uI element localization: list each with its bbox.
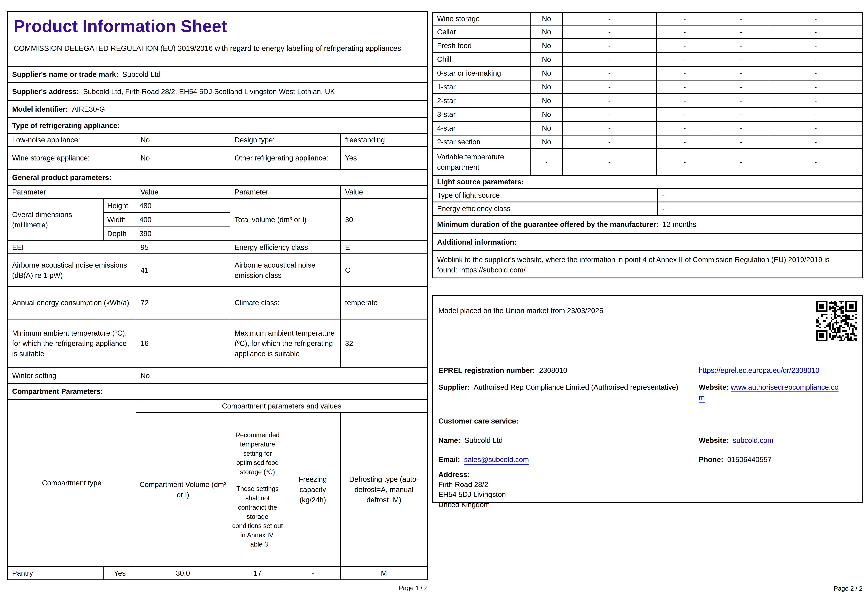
weblink-url[interactable]: https://subcold.com/	[461, 266, 526, 274]
compartment-volume: 30,0	[136, 567, 230, 579]
compartment-present: No	[530, 108, 563, 121]
compartment-defrost: M	[341, 567, 427, 579]
compartment-defrost: -	[769, 13, 862, 25]
param-value: 30	[341, 199, 427, 241]
eprel-registration: EPREL registration number: 2308010	[438, 365, 567, 376]
compartment-present: -	[530, 149, 563, 175]
guarantee-label: Minimum duration of the guarantee offere…	[437, 219, 659, 230]
compartment-section-row: Compartment Parameters:	[7, 384, 428, 400]
name-value: Subcold Ltd	[465, 437, 503, 444]
market-info-box: Model placed on the Union market from 23…	[432, 295, 862, 503]
care-address: Address: Firth Road 28/2 EH54 5DJ Living…	[438, 470, 506, 509]
column-header-defrost: Defrosting type (auto-defrost=A, manual …	[341, 413, 427, 566]
compartment-volume: -	[563, 67, 656, 80]
compartment-row: 3-star No - - - -	[432, 108, 862, 122]
param-value: freestanding	[341, 134, 427, 146]
compartment-defrost: -	[769, 80, 862, 94]
param-label: Design type:	[230, 134, 341, 146]
param-label: Energy efficiency class	[230, 241, 341, 254]
compartment-row: Cellar No - - - -	[432, 25, 862, 39]
compartment-type-header: Compartment type	[8, 400, 136, 566]
param-label: Airborne acoustical noise emissions (dB(…	[8, 254, 136, 286]
compartment-volume: -	[563, 122, 656, 135]
general-row-ambient: Minimum ambient temperature (ºC), for wh…	[7, 319, 428, 368]
general-row-noise: Airborne acoustical noise emissions (dB(…	[7, 254, 428, 287]
compartment-freezing: -	[713, 149, 769, 175]
compartment-temperature: 17	[230, 567, 285, 579]
param-label: Maximum ambient temperature (ºC), for wh…	[230, 319, 341, 367]
param-label: Energy efficiency class	[433, 202, 658, 215]
regulation-subtitle: COMMISSION DELEGATED REGULATION (EU) 201…	[13, 43, 421, 53]
light-source-type-row: Type of light source -	[432, 189, 862, 202]
dimension-values: 480 400 390	[136, 199, 230, 241]
eprel-value: 2308010	[539, 366, 567, 374]
dimension-key: Depth	[104, 227, 136, 241]
customer-care-label: Customer care service:	[438, 416, 518, 426]
qr-code-icon	[816, 301, 857, 342]
email-link[interactable]: sales@subcold.com	[464, 456, 529, 463]
type-row-1: Low-noise appliance: No Design type: fre…	[7, 134, 428, 147]
param-label: Airborne acoustical noise emission class	[230, 254, 341, 286]
model-identifier-row: Model identifier: AIRE30-G	[7, 101, 428, 118]
param-value: 32	[341, 319, 427, 367]
care-website-link[interactable]: subcold.com	[733, 437, 773, 444]
compartment-freezing: -	[713, 53, 769, 66]
compartment-type: 3-star	[433, 108, 530, 121]
column-header: Value	[341, 186, 427, 198]
compartment-volume: -	[563, 108, 656, 121]
compartment-defrost: -	[769, 94, 862, 107]
compartment-present: No	[530, 94, 563, 107]
supplier-address-value: Subcold Ltd, Firth Road 28/2, EH54 5DJ S…	[83, 86, 335, 97]
type-section-label: Type of refrigerating appliance:	[8, 118, 427, 133]
supplier-name-row: Supplier's name or trade mark: Subcold L…	[7, 67, 428, 83]
care-website: Website: subcold.com	[699, 435, 858, 446]
param-label: Low-noise appliance:	[8, 134, 136, 146]
email-label: Email:	[438, 456, 460, 463]
param-value: temperate	[341, 287, 427, 319]
dimension-value: 400	[136, 213, 230, 227]
compartment-temperature: -	[656, 13, 713, 25]
temperature-header-note: These settings shall not contradict the …	[232, 484, 283, 549]
compartment-defrost: -	[769, 39, 862, 52]
phone-value: 01506440557	[727, 456, 772, 463]
param-label: Winter setting	[8, 368, 136, 383]
compartment-freezing: -	[713, 25, 769, 39]
compartment-row: Chill No - - - -	[432, 53, 862, 67]
weblink-row: Weblink to the supplier's website, where…	[432, 251, 862, 278]
care-name: Name: Subcold Ltd	[438, 435, 503, 446]
compartment-section-label: Compartment Parameters:	[8, 384, 427, 399]
website-label: Website:	[699, 383, 729, 391]
compartment-defrost: -	[769, 135, 862, 149]
compartment-type: Variable temperature compartment	[433, 149, 530, 175]
param-value: No	[136, 368, 230, 383]
compartment-volume: -	[563, 53, 656, 66]
type-section-row: Type of refrigerating appliance:	[7, 118, 428, 134]
param-value: No	[136, 134, 230, 146]
param-label: Total volume (dm³ or l)	[230, 199, 341, 241]
param-value: -	[658, 189, 862, 202]
model-identifier-value: AIRE30-G	[72, 104, 105, 114]
supplier-name-value: Subcold Ltd	[122, 69, 161, 80]
eprel-link[interactable]: https://eprel.ec.europa.eu/qr/2308010	[699, 366, 819, 374]
care-phone: Phone: 01506440557	[699, 454, 858, 465]
page-2-number: Page 2 / 2	[432, 584, 862, 593]
supplier-label: Supplier:	[438, 383, 470, 391]
column-header-temperature: Recommended temperature setting for opti…	[230, 413, 285, 566]
compartment-freezing: -	[713, 122, 769, 135]
address-line: EH54 5DJ Livingston	[438, 490, 506, 499]
compartment-volume: -	[563, 94, 656, 107]
supplier-address-label: Supplier's address:	[12, 86, 79, 97]
column-header: Parameter	[8, 186, 136, 198]
compartment-type: Wine storage	[433, 13, 530, 25]
compartment-defrost: -	[769, 149, 862, 175]
compartment-freezing: -	[713, 39, 769, 52]
compartment-temperature: -	[656, 135, 713, 149]
compartment-volume: -	[563, 135, 656, 149]
phone-label: Phone:	[699, 456, 723, 463]
compartment-present: No	[530, 122, 563, 135]
compartment-row: 1-star No - - - -	[432, 80, 862, 94]
light-section-row: Light source parameters:	[432, 176, 862, 189]
column-header: Value	[136, 186, 230, 198]
param-value: No	[136, 147, 230, 169]
param-label: Other refrigerating appliance:	[230, 147, 341, 169]
